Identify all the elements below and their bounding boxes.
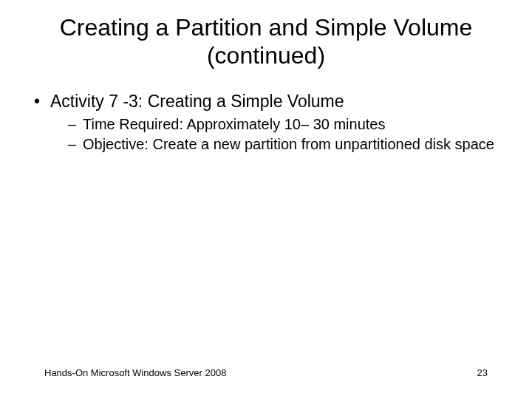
list-item-text: Activity 7 -3: Creating a Simple Volume — [50, 92, 344, 111]
bullet-list-level2: Time Required: Approximately 10– 30 minu… — [50, 115, 502, 154]
slide-body: Activity 7 -3: Creating a Simple Volume … — [30, 91, 502, 154]
page-number: 23 — [477, 367, 488, 378]
list-item-text: Time Required: Approximately 10– 30 minu… — [83, 116, 385, 132]
list-item-text: Objective: Create a new partition from u… — [83, 136, 494, 152]
footer-left: Hands-On Microsoft Windows Server 2008 — [44, 367, 226, 378]
bullet-list-level1: Activity 7 -3: Creating a Simple Volume … — [30, 91, 502, 154]
slide-title: Creating a Partition and Simple Volume (… — [30, 0, 502, 70]
list-item: Activity 7 -3: Creating a Simple Volume … — [30, 91, 502, 154]
list-item: Time Required: Approximately 10– 30 minu… — [50, 115, 502, 134]
list-item: Objective: Create a new partition from u… — [50, 135, 502, 154]
slide: Creating a Partition and Simple Volume (… — [0, 0, 532, 399]
